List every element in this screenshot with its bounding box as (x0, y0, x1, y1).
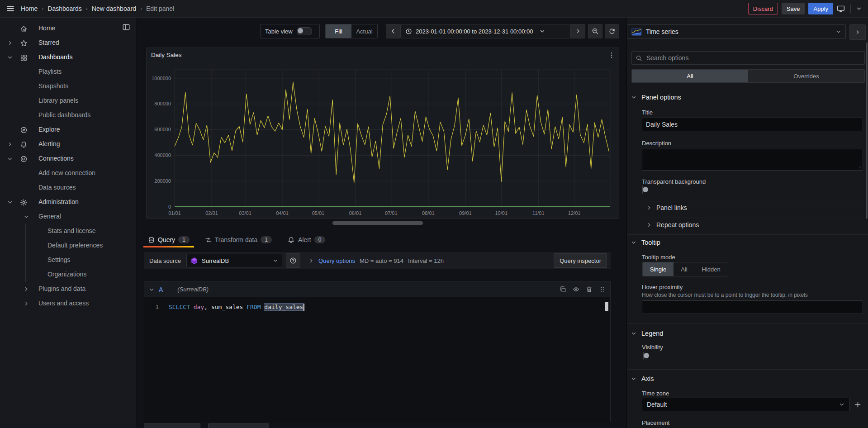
bell-icon (20, 141, 28, 148)
chevron-down-icon (540, 29, 545, 34)
table-view-toggle[interactable] (297, 27, 312, 35)
sidebar-item-home[interactable]: Home (0, 21, 136, 36)
tooltip-mode-hidden[interactable]: Hidden (695, 262, 728, 276)
sidebar-item-plugins-and-data[interactable]: Plugins and data (0, 282, 136, 296)
sidebar-item-organizations[interactable]: Organizations (0, 267, 136, 282)
discard-button[interactable]: Discard (748, 3, 778, 14)
resize-grip-icon[interactable] (857, 164, 862, 169)
panel-options-section-header[interactable]: Panel options (631, 94, 681, 101)
chevron-down-icon[interactable] (149, 287, 154, 292)
chevron-down-icon[interactable] (856, 6, 862, 11)
chevron-right-icon[interactable] (7, 142, 13, 147)
sidebar-item-stats-and-license[interactable]: Stats and license (0, 224, 136, 238)
sidebar-collapse-icon[interactable] (122, 23, 130, 31)
time-shift-forward-button[interactable] (571, 24, 585, 38)
query-options-toggle[interactable]: Query options MD = auto = 914 Interval =… (308, 257, 444, 264)
sidebar-item-default-preferences[interactable]: Default preferences (0, 238, 136, 253)
sidebar-item-playlists[interactable]: Playlists (0, 65, 136, 79)
options-scrollbar[interactable] (866, 43, 868, 219)
chevron-down-icon[interactable] (24, 214, 29, 219)
hide-response-icon[interactable] (573, 286, 579, 293)
editor-scrollbar-marker[interactable] (605, 302, 608, 311)
sidebar-item-dashboards[interactable]: Dashboards (0, 50, 136, 65)
duplicate-query-icon[interactable] (560, 286, 566, 293)
visualization-picker[interactable]: Time series (627, 24, 846, 39)
add-query-button-partial[interactable] (144, 423, 200, 428)
time-shift-back-button[interactable] (386, 24, 400, 38)
sidebar-item-explore[interactable]: Explore (0, 123, 136, 137)
sidebar-item-starred[interactable]: Starred (0, 36, 136, 50)
panel-options-heading: Panel options (641, 94, 681, 101)
chevron-down-icon[interactable] (7, 156, 13, 162)
hover-proximity-input[interactable] (642, 300, 863, 314)
panel-description-textarea[interactable] (642, 149, 863, 171)
breadcrumb-dashboards[interactable]: Dashboards (47, 5, 82, 12)
sidebar-item-administration[interactable]: Administration (0, 195, 136, 209)
time-zone-select[interactable]: Default (642, 398, 849, 411)
query-options-interval: Interval = 12h (408, 257, 444, 264)
data-source-help-button[interactable] (286, 253, 300, 268)
time-series-chart[interactable]: 0200000400000600000800000100000001/0102/… (147, 48, 619, 219)
drag-handle-icon[interactable] (599, 286, 606, 293)
filter-tab-all[interactable]: All (632, 70, 748, 82)
chevron-right-icon[interactable] (24, 301, 29, 306)
svg-text:06/01: 06/01 (349, 210, 362, 216)
breadcrumb-home[interactable]: Home (21, 5, 38, 12)
horizontal-scrollbar[interactable] (332, 221, 423, 225)
tab-transform-data[interactable]: Transform data 1 (200, 232, 276, 247)
fill-option[interactable]: Fill (326, 24, 351, 38)
chevron-down-icon[interactable] (7, 55, 13, 60)
actual-option[interactable]: Actual (351, 24, 377, 38)
collapse-pane-button[interactable] (849, 24, 866, 40)
filter-tab-overrides[interactable]: Overrides (748, 70, 864, 82)
sidebar-item-alerting[interactable]: Alerting (0, 137, 136, 152)
sidebar-item-label: Add new connection (38, 169, 95, 176)
hamburger-menu-icon[interactable] (6, 5, 14, 13)
refresh-button[interactable] (605, 24, 619, 38)
tooltip-mode-all[interactable]: All (674, 262, 694, 276)
search-options-input[interactable] (645, 54, 861, 62)
panel-title-input[interactable] (642, 118, 863, 131)
chevron-down-icon (836, 29, 841, 34)
save-button[interactable]: Save (782, 3, 805, 14)
breadcrumb-edit-panel: Edit panel (146, 5, 174, 12)
breadcrumb-new-dashboard[interactable]: New dashboard (92, 5, 136, 12)
sidebar-item-data-sources[interactable]: Data sources (0, 181, 136, 195)
legend-section-header[interactable]: Legend (631, 330, 663, 337)
panel-links-toggle[interactable]: Panel links (646, 204, 687, 211)
transparent-background-toggle[interactable] (642, 186, 643, 194)
query-inspector-button[interactable]: Query inspector (554, 253, 607, 268)
sidebar-item-general[interactable]: General (0, 209, 136, 224)
time-range-picker[interactable]: 2023-01-01 00:00:00 to 2023-12-31 00:00:… (400, 24, 571, 38)
tab-query[interactable]: Query 1 (143, 232, 194, 247)
chevron-right-icon[interactable] (7, 40, 13, 46)
sidebar-item-library-panels[interactable]: Library panels (0, 94, 136, 108)
repeat-options-toggle[interactable]: Repeat options (646, 221, 699, 228)
time-zone-label: Time zone (642, 390, 669, 397)
add-time-zone-button[interactable] (851, 398, 864, 411)
tooltip-mode-single[interactable]: Single (643, 262, 674, 276)
sql-code-editor[interactable]: 1 SELECT day, sum_sales FROM daily_sales (144, 297, 610, 423)
sidebar-item-add-new-connection[interactable]: Add new connection (0, 166, 136, 181)
monitor-icon[interactable] (837, 5, 845, 13)
tab-alert[interactable]: Alert 0 (283, 232, 330, 247)
query-ref-id[interactable]: A (159, 286, 163, 293)
chevron-down-icon[interactable] (7, 200, 13, 205)
sidebar-item-label: Default preferences (47, 242, 103, 249)
tooltip-section-header[interactable]: Tooltip (631, 239, 660, 246)
legend-visibility-toggle[interactable] (643, 352, 644, 360)
sidebar-item-users-and-access[interactable]: Users and access (0, 296, 136, 311)
sidebar-item-label: Alerting (38, 140, 60, 147)
add-expression-button-partial[interactable] (208, 423, 269, 428)
apply-button[interactable]: Apply (808, 3, 833, 14)
sidebar-item-connections[interactable]: Connections (0, 152, 136, 166)
remove-query-icon[interactable] (586, 286, 593, 293)
sidebar-item-settings[interactable]: Settings (0, 253, 136, 267)
zoom-out-button[interactable] (588, 24, 602, 38)
axis-section-header[interactable]: Axis (631, 375, 654, 382)
sidebar-item-snapshots[interactable]: Snapshots (0, 79, 136, 94)
data-source-picker[interactable]: SurrealDB (186, 254, 282, 267)
sidebar-item-public-dashboards[interactable]: Public dashboards (0, 108, 136, 123)
chevron-right-icon[interactable] (24, 286, 29, 292)
chevron-down-icon (839, 402, 844, 407)
